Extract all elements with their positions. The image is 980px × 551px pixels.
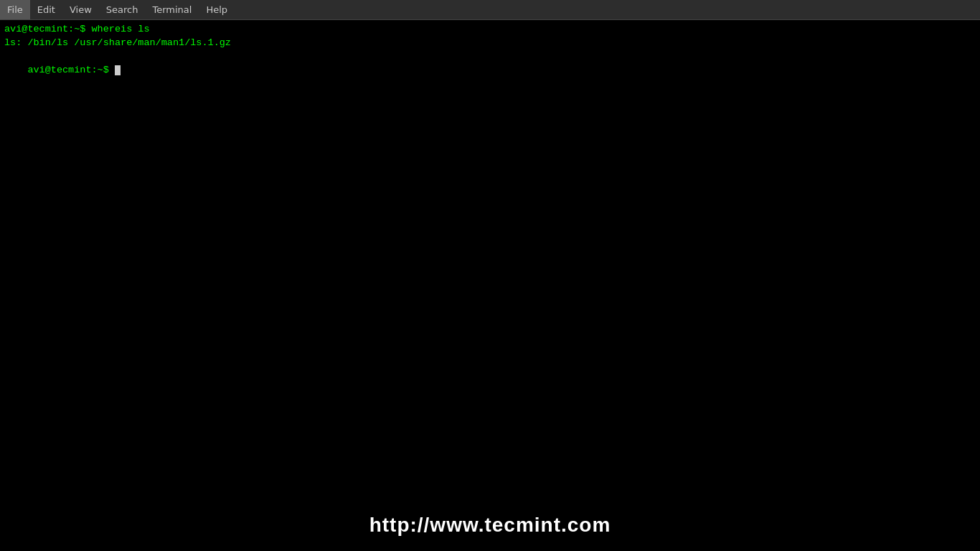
watermark: http://www.tecmint.com	[369, 514, 611, 537]
terminal-prompt-line: avi@tecmint:~$	[4, 50, 976, 91]
menu-file[interactable]: File	[0, 0, 30, 19]
terminal-area[interactable]: avi@tecmint:~$ whereis ls ls: /bin/ls /u…	[0, 20, 980, 551]
menu-view[interactable]: View	[62, 0, 99, 19]
menu-terminal[interactable]: Terminal	[145, 0, 199, 19]
menu-search[interactable]: Search	[99, 0, 146, 19]
menu-edit[interactable]: Edit	[30, 0, 62, 19]
terminal-cursor	[115, 65, 121, 75]
terminal-prompt-text: avi@tecmint:~$	[27, 65, 115, 75]
menu-bar: File Edit View Search Terminal Help	[0, 0, 980, 20]
menu-help[interactable]: Help	[199, 0, 235, 19]
terminal-line-1: avi@tecmint:~$ whereis ls	[4, 23, 976, 37]
terminal-line-2: ls: /bin/ls /usr/share/man/man1/ls.1.gz	[4, 37, 976, 50]
